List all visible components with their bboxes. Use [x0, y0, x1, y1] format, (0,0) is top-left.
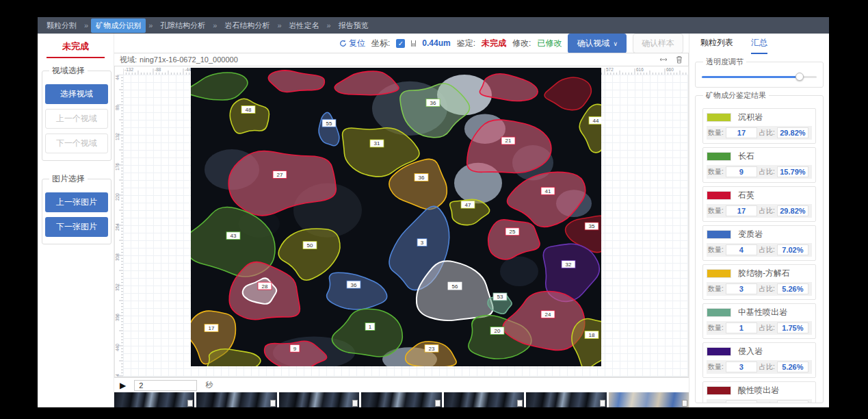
count-label: 数量:	[708, 245, 724, 255]
next-view-button[interactable]: 下一个视域	[45, 134, 108, 153]
svg-text:9: 9	[293, 346, 297, 352]
thumbnail-2[interactable]	[196, 392, 276, 407]
opacity-slider[interactable]	[702, 73, 817, 81]
svg-text:308: 308	[115, 253, 120, 261]
count-label: 数量:	[708, 284, 724, 294]
mineral-name: 中基性喷出岩	[738, 307, 787, 318]
mineral-card-6[interactable]: 中基性喷出岩数量:1占比:1.75%	[702, 303, 816, 339]
breadcrumb-step-4[interactable]: 岩石结构分析	[220, 18, 274, 33]
mineral-card-5[interactable]: 胶结物-方解石数量:3占比:5.26%	[702, 264, 816, 300]
tab-particle-list[interactable]: 颗粒列表	[700, 37, 733, 54]
interval-seconds-input[interactable]	[134, 380, 197, 391]
mineral-color-swatch	[707, 152, 731, 161]
grain-label: 36	[415, 174, 428, 181]
status-badge: 未完成	[47, 40, 105, 58]
svg-text:48: 48	[246, 107, 252, 113]
tab-summary[interactable]: 汇总	[751, 37, 767, 54]
svg-text:-132: -132	[124, 67, 133, 72]
slider-thumb[interactable]	[795, 73, 804, 81]
thumb-badge-icon	[352, 400, 358, 407]
mineral-card-1[interactable]: 沉积岩数量:17占比:29.82%	[702, 108, 816, 144]
prev-view-button[interactable]: 上一个视域	[45, 109, 108, 129]
svg-text:36: 36	[351, 282, 357, 288]
opacity-legend: 透明度调节	[703, 57, 746, 67]
prev-image-button[interactable]: 上一张图片	[45, 192, 108, 212]
trash-icon[interactable]	[676, 55, 683, 64]
mineral-color-swatch	[707, 308, 731, 317]
fit-width-icon[interactable]	[659, 56, 668, 63]
confirm-sample-button[interactable]: 确认样本	[633, 34, 683, 53]
svg-text:36: 36	[419, 175, 425, 181]
svg-text:32: 32	[566, 262, 572, 268]
slider-fill	[702, 76, 800, 78]
ratio-label: 占比:	[759, 128, 775, 138]
breadcrumb-step-3[interactable]: 孔隙结构分析	[155, 18, 210, 33]
image-select-group: 图片选择 上一张图片下一张图片	[42, 173, 111, 244]
svg-text:18: 18	[589, 332, 595, 338]
count-label: 数量:	[708, 128, 724, 138]
mineral-card-8[interactable]: 酸性喷出岩数量:1占比:1.75%	[702, 381, 816, 403]
coord-checkbox[interactable]: ✓	[396, 39, 405, 48]
mineral-card-3[interactable]: 石英数量:17占比:29.82%	[702, 186, 816, 222]
count-label: 数量:	[708, 323, 724, 333]
thumbnail-strip	[114, 392, 689, 407]
svg-text:41: 41	[545, 188, 551, 194]
main-area: 复位 坐标: ✓ 0.44um 鉴定: 未完成 修改: 已修改 确认视域∨ 确认…	[114, 34, 689, 407]
grain-label: 9	[290, 344, 300, 352]
thumbnail-5[interactable]	[444, 392, 524, 407]
play-button[interactable]: ▶	[120, 381, 126, 390]
grain-label: 27	[273, 171, 287, 179]
mineral-name: 变质岩	[738, 229, 763, 240]
count-value: 17	[726, 205, 757, 216]
mineral-card-4[interactable]: 变质岩数量:4占比:7.02%	[702, 225, 816, 261]
breadcrumb-step-5[interactable]: 岩性定名	[285, 18, 324, 33]
thumb-badge-icon	[517, 400, 523, 407]
svg-text:17: 17	[209, 325, 215, 331]
thumbnail-1[interactable]	[114, 392, 194, 407]
image-select-buttons: 上一张图片下一张图片	[45, 192, 108, 237]
breadcrumb-step-6[interactable]: 报告预览	[334, 18, 373, 33]
app-window: 颗粒分割»矿物成分识别»孔隙结构分析»岩石结构分析»岩性定名»报告预览 未完成 …	[38, 17, 829, 407]
svg-text:23: 23	[429, 346, 435, 352]
ratio-value: 29.82%	[777, 127, 808, 138]
svg-text:27: 27	[277, 172, 283, 178]
breadcrumb-step-1[interactable]: 颗粒分割	[42, 18, 81, 33]
mineral-card-7[interactable]: 侵入岩数量:3占比:5.26%	[702, 342, 816, 378]
segmented-thin-section-image[interactable]: 3648553121442736473412535324350283611756…	[191, 68, 601, 366]
ratio-value: 7.02%	[777, 244, 808, 255]
svg-text:132: 132	[115, 133, 120, 140]
grain-label: 18	[585, 331, 599, 338]
confirm-view-button[interactable]: 确认视域∨	[568, 34, 627, 53]
ratio-label: 占比:	[759, 362, 775, 372]
svg-text:47: 47	[465, 202, 471, 208]
thumbnail-3[interactable]	[279, 392, 359, 407]
thumbnail-7[interactable]	[609, 392, 689, 407]
grain-label: 36	[347, 281, 360, 288]
breadcrumb-step-2[interactable]: 矿物成分识别	[91, 18, 146, 33]
thumbnail-4[interactable]	[361, 392, 441, 407]
svg-text:35: 35	[589, 223, 595, 229]
svg-text:484: 484	[115, 374, 120, 377]
identify-status: 未完成	[482, 38, 506, 49]
grain-label: 28	[258, 282, 272, 290]
canvas-viewport[interactable]: -132-88-44044881321762202643083523964404…	[114, 66, 689, 377]
mineral-color-swatch	[707, 386, 731, 395]
view-value: ning71x-16-0672_10_000000	[140, 55, 238, 64]
mineral-card-2[interactable]: 长石数量:9占比:15.79%	[702, 147, 816, 183]
grain-label: 17	[205, 325, 218, 332]
reset-view-button[interactable]: 复位	[339, 38, 365, 49]
view-select-group: 视域选择 选择视域上一个视域下一个视域	[42, 65, 111, 161]
thumbnail-6[interactable]	[526, 392, 606, 407]
ratio-label: 占比:	[759, 401, 775, 403]
content: 未完成 视域选择 选择视域上一个视域下一个视域 图片选择 上一张图片下一张图片 …	[38, 34, 829, 407]
svg-text:24: 24	[545, 312, 551, 318]
view-select-buttons: 选择视域上一个视域下一个视域	[45, 84, 108, 153]
count-value: 17	[726, 127, 757, 138]
grain-label: 41	[541, 187, 555, 194]
next-image-button[interactable]: 下一张图片	[45, 217, 108, 237]
refresh-icon	[339, 40, 347, 47]
breadcrumb-separator: »	[327, 21, 331, 29]
svg-text:56: 56	[452, 283, 458, 290]
select-view-button[interactable]: 选择视域	[45, 84, 108, 104]
svg-text:36: 36	[430, 100, 436, 106]
